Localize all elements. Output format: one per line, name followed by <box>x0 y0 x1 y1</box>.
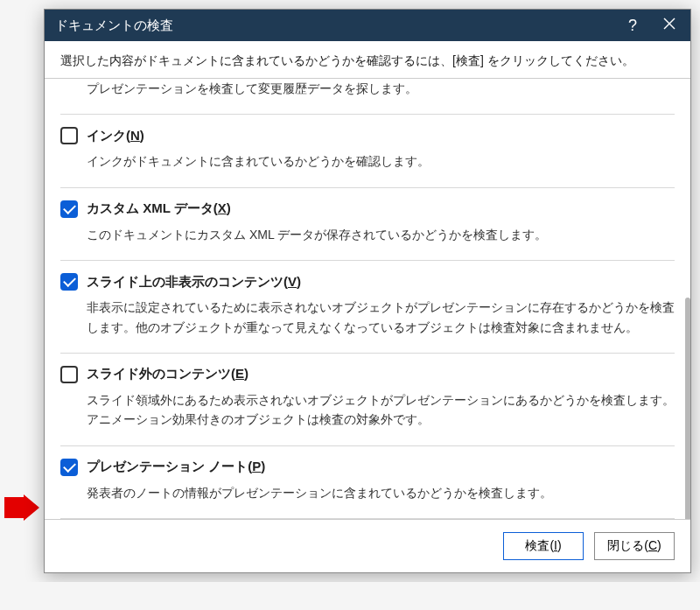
scrollbar-thumb[interactable] <box>685 298 690 519</box>
inspect-item-ink: インク(N) インクがドキュメントに含まれているかどうかを確認します。 <box>60 115 675 187</box>
help-button[interactable]: ? <box>622 17 643 35</box>
checkbox-hidden-content[interactable] <box>60 273 78 291</box>
inspect-item-offslide-content: スライド外のコンテンツ(E) スライド領域外にあるため表示されないオブジェクトが… <box>60 354 675 446</box>
titlebar: ドキュメントの検査 ? <box>45 10 690 41</box>
item-desc: 非表示に設定されているために表示されないオブジェクトがプレゼンテーションに存在す… <box>87 298 675 337</box>
item-desc: スライド領域外にあるため表示されないオブジェクトがプレゼンテーションにあるかどう… <box>87 390 675 430</box>
item-title: カスタム XML データ(X) <box>87 200 231 217</box>
content-area: プレゼンテーションを検査して変更履歴データを探します。 インク(N) インクがド… <box>45 78 690 519</box>
inspect-item-hidden-content: スライド上の非表示のコンテンツ(V) 非表示に設定されているために表示されないオ… <box>60 261 675 354</box>
item-title: プレゼンテーション ノート(P) <box>87 459 265 475</box>
inspect-button[interactable]: 検査(I) <box>503 532 584 560</box>
item-title: インク(N) <box>87 128 144 144</box>
dialog-title: ドキュメントの検査 <box>55 18 622 34</box>
inspect-item-custom-xml: カスタム XML データ(X) このドキュメントにカスタム XML データが保存… <box>60 188 675 261</box>
checkbox-custom-xml[interactable] <box>60 200 78 218</box>
item-header: カスタム XML データ(X) <box>60 200 675 218</box>
item-header: スライド上の非表示のコンテンツ(V) <box>60 273 675 291</box>
arrow-indicator <box>4 494 35 521</box>
instruction-text: 選択した内容がドキュメントに含まれているかどうかを確認するには、[検査] をクリ… <box>45 41 690 78</box>
checkbox-offslide-content[interactable] <box>60 366 78 383</box>
checkbox-ink[interactable] <box>60 127 78 144</box>
close-icon[interactable] <box>659 17 680 35</box>
item-header: スライド外のコンテンツ(E) <box>60 366 675 383</box>
inspect-item-revision-partial: プレゼンテーションを検査して変更履歴データを探します。 <box>60 79 675 115</box>
item-header: インク(N) <box>60 127 675 144</box>
item-desc: インクがドキュメントに含まれているかどうかを確認します。 <box>87 151 675 171</box>
button-bar: 検査(I) 閉じる(C) <box>45 519 690 572</box>
svg-marker-0 <box>4 494 39 521</box>
item-desc: このドキュメントにカスタム XML データが保存されているかどうかを検査します。 <box>87 225 675 244</box>
close-button[interactable]: 閉じる(C) <box>594 532 675 560</box>
document-inspector-dialog: ドキュメントの検査 ? 選択した内容がドキュメントに含まれているかどうかを確認す… <box>44 9 691 573</box>
item-desc: 発表者のノートの情報がプレゼンテーションに含まれているかどうかを検査します。 <box>87 483 675 502</box>
item-desc: プレゼンテーションを検査して変更履歴データを探します。 <box>87 79 675 98</box>
item-header: プレゼンテーション ノート(P) <box>60 459 675 476</box>
titlebar-controls: ? <box>622 17 680 35</box>
inspect-item-presentation-notes: プレゼンテーション ノート(P) 発表者のノートの情報がプレゼンテーションに含ま… <box>60 446 675 519</box>
item-title: スライド上の非表示のコンテンツ(V) <box>87 274 301 291</box>
checkbox-presentation-notes[interactable] <box>60 459 78 476</box>
item-title: スライド外のコンテンツ(E) <box>87 366 248 382</box>
